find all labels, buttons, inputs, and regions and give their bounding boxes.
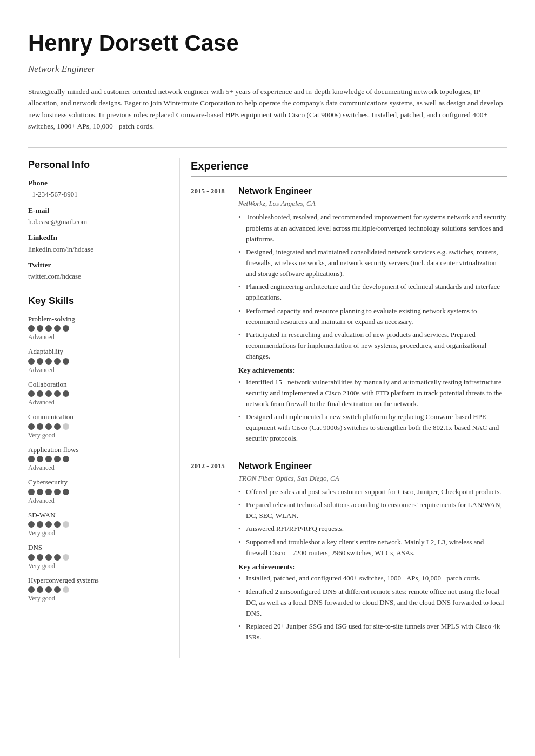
skill-row: Application flowsAdvanced — [28, 444, 162, 473]
achievement-bullet: Identified 15+ network vulnerabilities b… — [238, 377, 507, 409]
exp-bullet: Offered pre-sales and post-sales custome… — [238, 487, 507, 497]
exp-bullet: Supported and troubleshot a key client's… — [238, 537, 507, 558]
exp-content: Network EngineerTRON Fiber Optics, San D… — [238, 460, 507, 645]
dot-filled — [54, 358, 61, 364]
skill-dots — [28, 586, 162, 593]
skill-dots — [28, 390, 162, 397]
dot-filled — [63, 456, 69, 462]
exp-company: NetWorkz, Los Angeles, CA — [238, 198, 507, 209]
dot-filled — [28, 554, 35, 561]
skill-name: Adaptability — [28, 346, 162, 357]
dot-filled — [28, 586, 35, 593]
dot-filled — [37, 358, 43, 364]
email-value: h.d.case@gmail.com — [28, 217, 162, 227]
exp-job-title: Network Engineer — [238, 460, 507, 473]
skill-dots — [28, 456, 162, 462]
skill-name: Application flows — [28, 444, 162, 455]
exp-bullet: Performed capacity and resource planning… — [238, 306, 507, 327]
right-column: Experience 2015 - 2018Network EngineerNe… — [179, 158, 507, 658]
exp-bullet: Planned engineering architecture and the… — [238, 281, 507, 303]
dot-filled — [45, 456, 52, 462]
experience-container: 2015 - 2018Network EngineerNetWorkz, Los… — [191, 185, 507, 645]
experience-entry: 2015 - 2018Network EngineerNetWorkz, Los… — [191, 185, 507, 447]
section-divider — [28, 147, 507, 148]
skill-level: Advanced — [28, 365, 162, 375]
exp-bullets: Troubleshooted, resolved, and recommende… — [238, 212, 507, 362]
dot-filled — [37, 521, 43, 528]
exp-dates: 2012 - 2015 — [191, 460, 229, 645]
dot-filled — [28, 358, 35, 364]
personal-info-section: Personal Info Phone +1-234-567-8901 E-ma… — [28, 158, 162, 282]
exp-content: Network EngineerNetWorkz, Los Angeles, C… — [238, 185, 507, 447]
skill-row: CollaborationAdvanced — [28, 379, 162, 408]
left-column: Personal Info Phone +1-234-567-8901 E-ma… — [28, 158, 179, 658]
skill-name: Hyperconverged systems — [28, 575, 162, 586]
dot-filled — [45, 489, 52, 495]
dot-filled — [45, 325, 52, 332]
dot-filled — [54, 456, 61, 462]
dot-filled — [28, 521, 35, 528]
dot-filled — [54, 521, 61, 528]
skill-dots — [28, 358, 162, 364]
skill-row: DNSVery good — [28, 542, 162, 571]
dot-empty — [63, 554, 69, 561]
dot-filled — [54, 325, 61, 332]
dot-filled — [37, 390, 43, 397]
dot-empty — [63, 586, 69, 593]
skill-level: Advanced — [28, 397, 162, 407]
achievement-bullets: Installed, patched, and configured 400+ … — [238, 573, 507, 643]
skill-name: Collaboration — [28, 379, 162, 390]
skills-section: Key Skills Problem-solvingAdvancedAdapta… — [28, 294, 162, 604]
dot-filled — [45, 358, 52, 364]
exp-bullet: Troubleshooted, resolved, and recommende… — [238, 212, 507, 244]
skill-dots — [28, 325, 162, 332]
linkedin-label: LinkedIn — [28, 232, 162, 243]
skill-row: CybersecurityAdvanced — [28, 477, 162, 505]
skill-level: Advanced — [28, 496, 162, 505]
skill-row: Problem-solvingAdvanced — [28, 314, 162, 342]
exp-bullet: Prepared relevant technical solutions ac… — [238, 500, 507, 521]
personal-info-title: Personal Info — [28, 158, 162, 172]
dot-filled — [37, 586, 43, 593]
dot-filled — [63, 325, 69, 332]
skill-name: Communication — [28, 411, 162, 422]
dot-empty — [63, 521, 69, 528]
achievement-bullet: Replaced 20+ Juniper SSG and ISG used fo… — [238, 621, 507, 643]
skill-level: Very good — [28, 430, 162, 440]
dot-empty — [63, 423, 69, 430]
skill-level: Very good — [28, 593, 162, 603]
skill-level: Very good — [28, 561, 162, 571]
achievement-bullet: Identified 2 misconfigured DNS at differ… — [238, 586, 507, 619]
skill-row: SD-WANVery good — [28, 510, 162, 538]
dot-filled — [45, 586, 52, 593]
experience-entry: 2012 - 2015Network EngineerTRON Fiber Op… — [191, 460, 507, 645]
twitter-label: Twitter — [28, 260, 162, 271]
exp-company: TRON Fiber Optics, San Diego, CA — [238, 473, 507, 484]
dot-filled — [45, 423, 52, 430]
skill-name: Cybersecurity — [28, 477, 162, 488]
exp-bullet: Answered RFI/RFP/RFQ requests. — [238, 523, 507, 534]
resume-name: Henry Dorsett Case — [28, 26, 507, 60]
dot-filled — [37, 554, 43, 561]
dot-filled — [45, 390, 52, 397]
dot-filled — [54, 390, 61, 397]
achievement-bullet: Installed, patched, and configured 400+ … — [238, 573, 507, 584]
skill-name: Problem-solving — [28, 314, 162, 325]
exp-dates: 2015 - 2018 — [191, 185, 229, 447]
dot-filled — [54, 586, 61, 593]
achievement-bullets: Identified 15+ network vulnerabilities b… — [238, 377, 507, 444]
experience-title: Experience — [191, 158, 507, 177]
skills-title: Key Skills — [28, 294, 162, 308]
phone-label: Phone — [28, 178, 162, 188]
skill-row: Hyperconverged systemsVery good — [28, 575, 162, 604]
achievement-bullet: Designed and implemented a new switch pl… — [238, 411, 507, 444]
resume-title: Network Engineer — [28, 62, 507, 76]
dot-filled — [45, 554, 52, 561]
key-achievements-label: Key achievements: — [238, 365, 507, 376]
skill-name: SD-WAN — [28, 510, 162, 521]
dot-filled — [37, 423, 43, 430]
skill-level: Very good — [28, 528, 162, 538]
dot-filled — [63, 489, 69, 495]
skills-container: Problem-solvingAdvancedAdaptabilityAdvan… — [28, 314, 162, 604]
dot-filled — [37, 489, 43, 495]
